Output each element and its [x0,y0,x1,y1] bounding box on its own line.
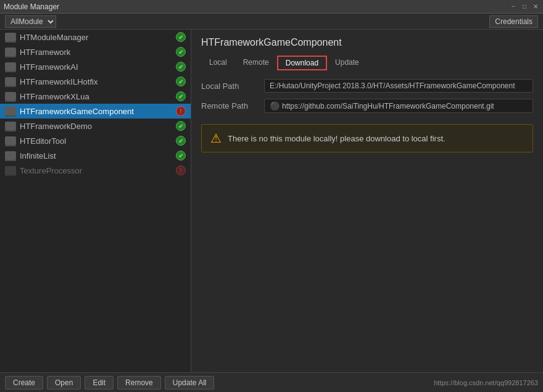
module-dropdown[interactable]: AllModule [5,15,56,28]
remote-path-row: Remote Path ⚫ https://github.com/SaiTing… [201,99,533,113]
detail-panel: HTFrameworkGameComponent LocalRemoteDown… [191,30,543,372]
credentials-button[interactable]: Credentials [489,15,538,28]
github-icon: ⚫ [270,101,280,111]
module-name: HTFrameworkDemo [20,122,172,131]
module-folder-icon [5,33,16,41]
module-name: HTFrameworkAI [20,62,172,72]
status-ok-icon: ✔ [176,121,186,131]
module-name: HTModuleManager [20,33,172,42]
bottom-url: https://blog.csdn.net/qq992817263 [434,379,538,386]
status-ok-icon: ✔ [176,91,186,101]
title-bar-title: Module Manager [4,2,59,11]
module-folder-icon [5,62,16,71]
tab-remote[interactable]: Remote [235,56,277,70]
tab-download[interactable]: Download [277,56,327,70]
status-ok-icon: ✔ [176,151,186,161]
warning-text: There is no this module locally! please … [228,134,446,143]
module-name: TextureProcessor [20,166,172,175]
module-name: HTEditorTool [20,136,172,146]
module-item[interactable]: TextureProcessor! [0,163,191,178]
tabs: LocalRemoteDownloadUpdate [201,56,533,70]
title-bar-left: Module Manager [4,2,59,11]
module-name: InfiniteList [20,151,172,161]
open-button[interactable]: Open [47,376,81,390]
module-item[interactable]: HTFramework✔ [0,44,191,59]
warning-box: ⚠ There is no this module locally! pleas… [201,124,533,152]
module-item[interactable]: HTFrameworkAI✔ [0,59,191,74]
bottom-toolbar: CreateOpenEditRemoveUpdate All https://b… [0,372,543,392]
bottom-buttons: CreateOpenEditRemoveUpdate All [5,376,214,390]
status-ok-icon: ✔ [176,62,186,72]
module-folder-icon [5,151,16,160]
module-folder-icon [5,92,16,101]
module-folder-icon [5,166,16,175]
main-layout: HTModuleManager✔HTFramework✔HTFrameworkA… [0,30,543,372]
module-item[interactable]: HTFrameworkXLua✔ [0,89,191,104]
create-button[interactable]: Create [5,376,43,390]
module-list: HTModuleManager✔HTFramework✔HTFrameworkA… [0,30,191,372]
maximize-button[interactable]: □ [521,3,528,10]
title-bar-controls: − □ ✕ [510,3,539,10]
remote-path-label: Remote Path [201,101,257,111]
tab-local[interactable]: Local [201,56,235,70]
module-folder-icon [5,107,16,115]
remote-path-value: ⚫ https://github.com/SaiTingHu/HTFramewo… [264,99,533,113]
module-folder-icon [5,136,16,145]
module-folder-icon [5,77,16,86]
module-name: HTFrameworkILHotfix [20,77,172,86]
module-item[interactable]: HTFrameworkGameComponent! [0,104,191,119]
warning-icon: ⚠ [210,131,222,146]
module-item[interactable]: InfiniteList✔ [0,148,191,163]
top-toolbar: AllModule Credentials [0,14,543,30]
module-name: HTFrameworkGameComponent [20,107,172,116]
minimize-button[interactable]: − [510,3,517,10]
module-folder-icon [5,122,16,130]
update-all-button[interactable]: Update All [165,376,215,390]
module-name: HTFrameworkXLua [20,92,172,101]
module-item[interactable]: HTModuleManager✔ [0,30,191,44]
module-item[interactable]: HTFrameworkILHotfix✔ [0,74,191,89]
title-bar: Module Manager − □ ✕ [0,0,543,14]
status-ok-icon: ✔ [176,47,186,57]
local-path-row: Local Path E:/Hutao/UnityProject 2018.3.… [201,79,533,93]
module-folder-icon [5,48,16,56]
status-ok-icon: ✔ [176,136,186,146]
module-item[interactable]: HTEditorTool✔ [0,133,191,148]
local-path-label: Local Path [201,81,257,91]
status-ok-icon: ✔ [176,77,186,86]
status-ok-icon: ✔ [176,32,186,42]
tab-update[interactable]: Update [327,56,367,70]
status-error-icon: ! [176,165,186,175]
edit-button[interactable]: Edit [85,376,114,390]
remove-button[interactable]: Remove [117,376,161,390]
toolbar-left: AllModule [5,15,56,28]
module-item[interactable]: HTFrameworkDemo✔ [0,119,191,133]
status-error-icon: ! [176,106,186,116]
component-title: HTFrameworkGameComponent [201,37,533,48]
local-path-value: E:/Hutao/UnityProject 2018.3.0/HT/Assets… [264,79,533,93]
close-button[interactable]: ✕ [532,3,539,10]
module-name: HTFramework [20,48,172,57]
